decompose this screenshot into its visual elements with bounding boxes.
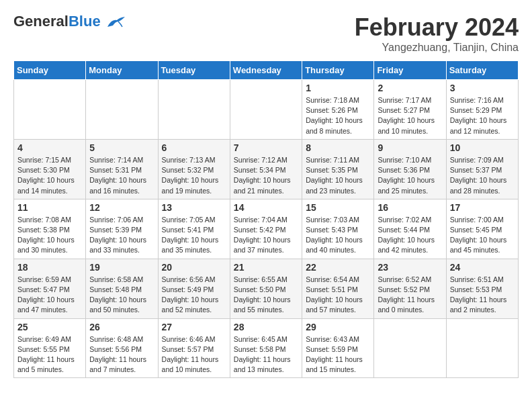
day-number: 24 <box>450 262 515 273</box>
day-number: 4 <box>17 142 82 153</box>
day-info: Sunrise: 6:48 AM Sunset: 5:56 PM Dayligh… <box>89 334 154 375</box>
day-info: Sunrise: 7:17 AM Sunset: 5:27 PM Dayligh… <box>378 95 442 136</box>
calendar-cell: 10Sunrise: 7:09 AM Sunset: 5:37 PM Dayli… <box>446 139 518 199</box>
day-number: 11 <box>17 202 82 213</box>
calendar-cell: 4Sunrise: 7:15 AM Sunset: 5:30 PM Daylig… <box>14 139 86 199</box>
day-number: 2 <box>378 83 442 93</box>
day-number: 5 <box>89 142 154 153</box>
day-number: 16 <box>378 202 442 213</box>
day-info: Sunrise: 7:04 AM Sunset: 5:42 PM Dayligh… <box>234 215 298 256</box>
calendar-cell: 26Sunrise: 6:48 AM Sunset: 5:56 PM Dayli… <box>86 318 158 378</box>
calendar-cell: 7Sunrise: 7:12 AM Sunset: 5:34 PM Daylig… <box>230 139 302 199</box>
calendar-week-row: 1Sunrise: 7:18 AM Sunset: 5:26 PM Daylig… <box>14 80 519 140</box>
calendar-cell <box>374 318 446 378</box>
day-info: Sunrise: 6:49 AM Sunset: 5:55 PM Dayligh… <box>17 334 82 375</box>
day-number: 15 <box>306 202 370 213</box>
day-info: Sunrise: 7:05 AM Sunset: 5:41 PM Dayligh… <box>162 215 226 256</box>
calendar-cell: 20Sunrise: 6:56 AM Sunset: 5:49 PM Dayli… <box>158 259 230 318</box>
day-info: Sunrise: 7:00 AM Sunset: 5:45 PM Dayligh… <box>450 215 515 256</box>
day-number: 8 <box>306 142 370 153</box>
calendar-cell: 3Sunrise: 7:16 AM Sunset: 5:29 PM Daylig… <box>446 80 518 140</box>
day-number: 22 <box>306 262 370 273</box>
calendar-cell: 9Sunrise: 7:10 AM Sunset: 5:36 PM Daylig… <box>374 139 446 199</box>
calendar-week-row: 4Sunrise: 7:15 AM Sunset: 5:30 PM Daylig… <box>14 139 519 199</box>
calendar-cell <box>158 80 230 140</box>
page-header: GeneralBlue February 2024 Yangezhuang, T… <box>13 13 519 54</box>
calendar-cell: 29Sunrise: 6:43 AM Sunset: 5:59 PM Dayli… <box>302 318 374 378</box>
day-info: Sunrise: 6:55 AM Sunset: 5:50 PM Dayligh… <box>234 275 298 316</box>
calendar-cell: 18Sunrise: 6:59 AM Sunset: 5:47 PM Dayli… <box>14 259 86 318</box>
day-info: Sunrise: 6:43 AM Sunset: 5:59 PM Dayligh… <box>306 334 370 375</box>
day-info: Sunrise: 7:10 AM Sunset: 5:36 PM Dayligh… <box>378 155 442 196</box>
calendar-cell: 21Sunrise: 6:55 AM Sunset: 5:50 PM Dayli… <box>230 259 302 318</box>
day-info: Sunrise: 6:46 AM Sunset: 5:57 PM Dayligh… <box>162 334 226 375</box>
calendar-cell: 12Sunrise: 7:06 AM Sunset: 5:39 PM Dayli… <box>86 199 158 259</box>
day-of-week-header: Saturday <box>446 61 518 80</box>
day-of-week-header: Friday <box>374 61 446 80</box>
calendar-week-row: 18Sunrise: 6:59 AM Sunset: 5:47 PM Dayli… <box>14 259 519 318</box>
day-number: 13 <box>162 202 226 213</box>
day-info: Sunrise: 7:03 AM Sunset: 5:43 PM Dayligh… <box>306 215 370 256</box>
logo-bird-icon <box>106 15 126 30</box>
day-number: 18 <box>17 262 82 273</box>
day-info: Sunrise: 7:15 AM Sunset: 5:30 PM Dayligh… <box>17 155 82 196</box>
calendar-cell: 28Sunrise: 6:45 AM Sunset: 5:58 PM Dayli… <box>230 318 302 378</box>
location-subtitle: Yangezhuang, Tianjin, China <box>355 42 519 54</box>
calendar-table: SundayMondayTuesdayWednesdayThursdayFrid… <box>13 60 519 378</box>
day-info: Sunrise: 6:59 AM Sunset: 5:47 PM Dayligh… <box>17 275 82 316</box>
calendar-cell <box>446 318 518 378</box>
calendar-cell <box>230 80 302 140</box>
day-number: 17 <box>450 202 515 213</box>
day-number: 28 <box>234 322 298 332</box>
day-info: Sunrise: 7:13 AM Sunset: 5:32 PM Dayligh… <box>162 155 226 196</box>
day-of-week-header: Thursday <box>302 61 374 80</box>
calendar-cell: 27Sunrise: 6:46 AM Sunset: 5:57 PM Dayli… <box>158 318 230 378</box>
day-number: 12 <box>89 202 154 213</box>
calendar-cell: 1Sunrise: 7:18 AM Sunset: 5:26 PM Daylig… <box>302 80 374 140</box>
calendar-cell: 8Sunrise: 7:11 AM Sunset: 5:35 PM Daylig… <box>302 139 374 199</box>
day-number: 19 <box>89 262 154 273</box>
logo: GeneralBlue <box>13 13 126 30</box>
calendar-cell: 13Sunrise: 7:05 AM Sunset: 5:41 PM Dayli… <box>158 199 230 259</box>
day-number: 6 <box>162 142 226 153</box>
title-block: February 2024 Yangezhuang, Tianjin, Chin… <box>355 13 519 54</box>
day-info: Sunrise: 6:54 AM Sunset: 5:51 PM Dayligh… <box>306 275 370 316</box>
day-number: 3 <box>450 83 515 93</box>
day-number: 14 <box>234 202 298 213</box>
day-info: Sunrise: 7:18 AM Sunset: 5:26 PM Dayligh… <box>306 95 370 136</box>
day-number: 9 <box>378 142 442 153</box>
day-number: 21 <box>234 262 298 273</box>
calendar-cell: 11Sunrise: 7:08 AM Sunset: 5:38 PM Dayli… <box>14 199 86 259</box>
day-of-week-header: Tuesday <box>158 61 230 80</box>
day-info: Sunrise: 6:45 AM Sunset: 5:58 PM Dayligh… <box>234 334 298 375</box>
month-year-title: February 2024 <box>355 13 519 42</box>
day-info: Sunrise: 7:09 AM Sunset: 5:37 PM Dayligh… <box>450 155 515 196</box>
day-number: 25 <box>17 322 82 332</box>
logo-general: General <box>13 13 69 30</box>
day-number: 23 <box>378 262 442 273</box>
day-info: Sunrise: 7:06 AM Sunset: 5:39 PM Dayligh… <box>89 215 154 256</box>
calendar-cell <box>86 80 158 140</box>
day-number: 20 <box>162 262 226 273</box>
day-info: Sunrise: 7:11 AM Sunset: 5:35 PM Dayligh… <box>306 155 370 196</box>
calendar-week-row: 25Sunrise: 6:49 AM Sunset: 5:55 PM Dayli… <box>14 318 519 378</box>
day-of-week-header: Monday <box>86 61 158 80</box>
day-number: 10 <box>450 142 515 153</box>
day-number: 26 <box>89 322 154 332</box>
calendar-header-row: SundayMondayTuesdayWednesdayThursdayFrid… <box>14 61 519 80</box>
logo-blue: Blue <box>69 13 101 30</box>
day-number: 27 <box>162 322 226 332</box>
calendar-cell: 22Sunrise: 6:54 AM Sunset: 5:51 PM Dayli… <box>302 259 374 318</box>
day-info: Sunrise: 6:51 AM Sunset: 5:53 PM Dayligh… <box>450 275 515 316</box>
day-number: 29 <box>306 322 370 332</box>
day-number: 7 <box>234 142 298 153</box>
day-info: Sunrise: 7:12 AM Sunset: 5:34 PM Dayligh… <box>234 155 298 196</box>
day-info: Sunrise: 6:58 AM Sunset: 5:48 PM Dayligh… <box>89 275 154 316</box>
day-of-week-header: Sunday <box>14 61 86 80</box>
calendar-week-row: 11Sunrise: 7:08 AM Sunset: 5:38 PM Dayli… <box>14 199 519 259</box>
day-info: Sunrise: 6:52 AM Sunset: 5:52 PM Dayligh… <box>378 275 442 316</box>
day-info: Sunrise: 7:14 AM Sunset: 5:31 PM Dayligh… <box>89 155 154 196</box>
calendar-cell: 23Sunrise: 6:52 AM Sunset: 5:52 PM Dayli… <box>374 259 446 318</box>
day-info: Sunrise: 6:56 AM Sunset: 5:49 PM Dayligh… <box>162 275 226 316</box>
day-info: Sunrise: 7:16 AM Sunset: 5:29 PM Dayligh… <box>450 95 515 136</box>
